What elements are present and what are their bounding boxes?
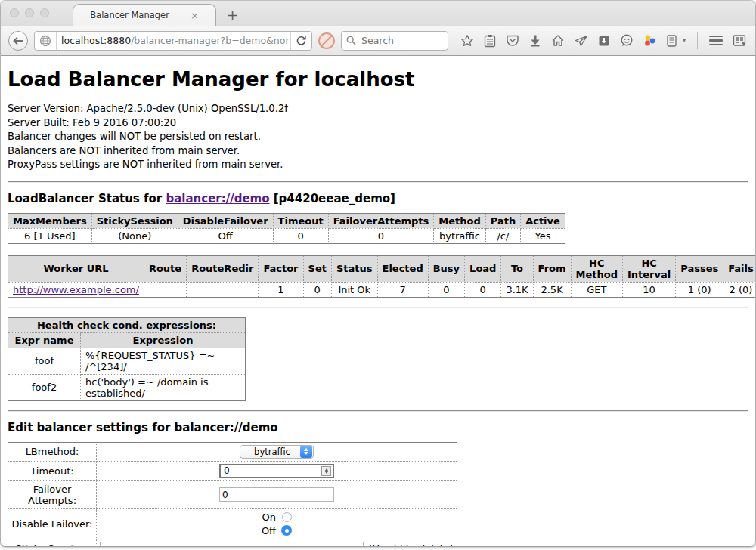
health-header-row: Expr name Expression	[8, 332, 246, 348]
dropdown-caret-icon[interactable]: ▾	[683, 37, 686, 44]
col-stickysession: StickySession	[91, 213, 178, 228]
navigation-toolbar: localhost:8880/balancer-manager?b=demo&n…	[1, 26, 755, 56]
timeout-label: Timeout:	[8, 461, 97, 480]
val-busy: 0	[428, 282, 464, 297]
extension-dots-icon[interactable]	[643, 34, 656, 47]
url-domain: localhost:8880	[61, 35, 131, 46]
balancer-demo-link[interactable]: balancer://demo	[166, 192, 269, 205]
search-bar[interactable]	[341, 31, 448, 51]
balancer-data-row: 6 [1 Used] (None) Off 0 0 bytraffic /c/ …	[8, 228, 565, 243]
number-spinner-icon[interactable]	[321, 466, 331, 476]
col-elected: Elected	[377, 255, 428, 282]
failover-attempts-label: Failover Attempts:	[8, 480, 97, 508]
sticky-session-hint: (Use '-' to delete)	[368, 543, 454, 547]
close-window-button[interactable]	[10, 8, 19, 17]
browser-window: Balancer Manager × + localhost:8880/bala…	[1, 1, 755, 546]
status-heading-suffix: [p4420eeae_demo]	[270, 192, 395, 205]
health-table-title: Health check cond. expressions:	[8, 317, 246, 332]
tab-bar: Balancer Manager × +	[1, 1, 755, 26]
menu-icon[interactable]	[709, 36, 723, 46]
sticky-session-input[interactable]	[100, 542, 364, 547]
tab-balancer-manager[interactable]: Balancer Manager ×	[73, 4, 216, 26]
col-to: To	[501, 255, 533, 282]
reload-button[interactable]	[290, 32, 311, 50]
bookmark-star-icon[interactable]	[460, 34, 474, 48]
col-set: Set	[303, 255, 331, 282]
notice-persist: Balancer changes will NOT be persisted o…	[8, 130, 748, 144]
minimize-window-button[interactable]	[25, 8, 34, 17]
url-bar[interactable]: localhost:8880/balancer-manager?b=demo&n…	[34, 31, 312, 51]
worker-header-row: Worker URL Route RouteRedir Factor Set S…	[8, 255, 756, 282]
val-routeredir	[187, 282, 259, 297]
block-icon[interactable]	[318, 32, 335, 49]
val-stickysession: (None)	[91, 228, 178, 243]
page-content: Load Balancer Manager for localhost Serv…	[1, 56, 755, 546]
col-passes: Passes	[676, 255, 723, 282]
col-factor: Factor	[259, 255, 303, 282]
zoom-window-button[interactable]	[40, 8, 49, 17]
col-method: Method	[434, 213, 485, 228]
tab-title: Balancer Manager	[90, 10, 169, 20]
val-maxmembers: 6 [1 Used]	[8, 228, 92, 243]
new-tab-button[interactable]: +	[227, 7, 238, 23]
send-icon[interactable]	[575, 35, 588, 47]
radio-on-label: On	[262, 511, 276, 523]
val-expr-name-2: foof2	[8, 374, 81, 400]
col-fails: Fails	[723, 255, 755, 282]
reload-icon	[296, 36, 306, 45]
health-check-table: Health check cond. expressions: Expr nam…	[8, 317, 246, 401]
val-elected: 7	[377, 282, 428, 297]
back-icon	[13, 36, 23, 45]
sticky-session-label: Sticky Session:	[8, 539, 97, 546]
col-path: Path	[485, 213, 520, 228]
val-set: 0	[303, 282, 331, 297]
val-path: /c/	[485, 228, 520, 243]
edit-settings-heading: Edit balancer settings for balancer://de…	[8, 421, 748, 434]
page-title: Load Balancer Manager for localhost	[8, 68, 748, 91]
lbmethod-select[interactable]: bytraffic	[240, 445, 314, 459]
val-expression-2: hc('body') =~ /domain is established/	[81, 374, 246, 400]
timeout-input-wrap	[219, 464, 334, 478]
balancer-status-table: MaxMembers StickySession DisableFailover…	[8, 213, 565, 244]
search-input[interactable]	[360, 34, 435, 47]
back-button[interactable]	[8, 31, 28, 51]
val-load: 0	[465, 282, 501, 297]
timeout-input[interactable]	[222, 465, 321, 477]
col-failoverattempts: FailoverAttempts	[328, 213, 434, 228]
failover-attempts-row: Failover Attempts:	[8, 480, 457, 508]
val-hc-interval: 10	[622, 282, 675, 297]
site-identity-box[interactable]	[35, 32, 57, 50]
divider	[8, 181, 748, 183]
server-built: Server Built: Feb 9 2016 07:00:20	[8, 116, 748, 131]
containers-icon[interactable]	[666, 34, 677, 48]
radio-on[interactable]	[282, 512, 292, 522]
disable-failover-label: Disable Failover:	[8, 508, 97, 539]
val-method: bytraffic	[434, 228, 485, 243]
chat-icon[interactable]	[620, 34, 634, 47]
lbmethod-row: LBmethod: bytraffic	[8, 442, 457, 461]
val-active: Yes	[521, 228, 565, 243]
val-expr-name-1: foof	[8, 348, 81, 374]
radio-off[interactable]	[281, 525, 292, 536]
edit-balancer-form: LBmethod: bytraffic Timeout:	[8, 442, 457, 547]
divider	[8, 307, 748, 308]
lbmethod-selected-value: bytraffic	[251, 446, 299, 457]
col-from: From	[533, 255, 571, 282]
screenshot-icon[interactable]	[733, 34, 747, 48]
window-controls[interactable]	[10, 8, 49, 17]
server-info: Server Version: Apache/2.5.0-dev (Unix) …	[8, 102, 748, 172]
balancer-header-row: MaxMembers StickySession DisableFailover…	[8, 213, 565, 228]
val-to: 3.1K	[501, 282, 533, 297]
url-text[interactable]: localhost:8880/balancer-manager?b=demo&n…	[57, 35, 290, 46]
home-icon[interactable]	[551, 34, 565, 47]
download-icon[interactable]	[529, 34, 541, 47]
status-heading: LoadBalancer Status for balancer://demo …	[8, 192, 748, 205]
pocket-icon[interactable]	[506, 34, 519, 47]
tab-close-icon[interactable]: ×	[191, 10, 199, 21]
failover-attempts-input[interactable]	[219, 487, 334, 502]
col-routeredir: RouteRedir	[187, 255, 259, 282]
save-page-icon[interactable]	[598, 35, 610, 47]
reading-list-icon[interactable]	[484, 34, 496, 48]
col-timeout: Timeout	[273, 213, 328, 228]
worker-url-link[interactable]: http://www.example.com/	[13, 284, 139, 295]
